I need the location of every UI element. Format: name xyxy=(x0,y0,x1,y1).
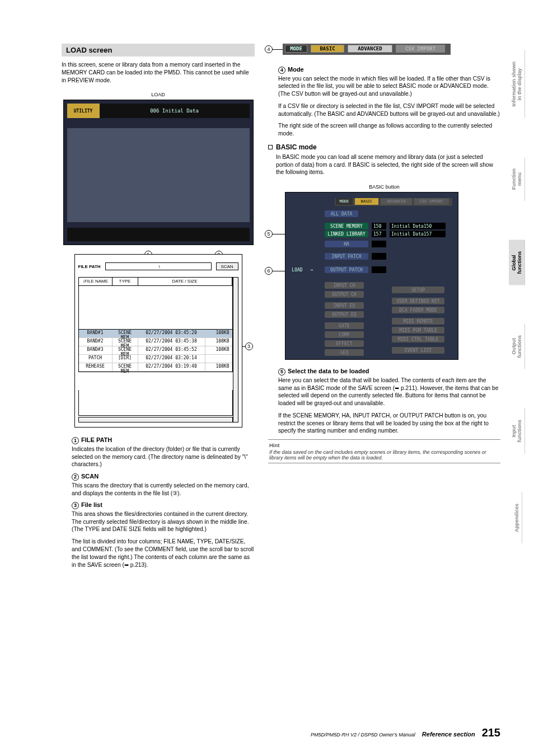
basic-mode-body: In BASIC mode you can load all scene mem… xyxy=(268,153,500,176)
file-row[interactable]: BAND#3 SCENE MEM 02/27/2004 03:45:52 108… xyxy=(79,346,232,355)
basic-button-caption: BASIC button xyxy=(268,184,500,190)
scene-memory-button[interactable]: SCENE MEMORY xyxy=(325,223,368,229)
side-tabs: Information shownin the display Function… xyxy=(503,50,531,543)
item-1-title: FILE PATH xyxy=(81,436,112,443)
utility-label: UTILITY xyxy=(67,104,100,118)
geq-button[interactable]: GEQ xyxy=(325,349,364,356)
linked-num-field[interactable]: 157 xyxy=(372,231,386,237)
vertical-scrollbar[interactable] xyxy=(233,277,238,422)
file-row[interactable]: REHEASE SCENE MEM 02/27/2004 03:19:40 10… xyxy=(79,363,232,372)
output-patch-button[interactable]: OUTPUT PATCH xyxy=(325,266,368,273)
file-size-cell: 108KB xyxy=(205,363,232,371)
input-patch-num-field[interactable] xyxy=(372,253,386,260)
file-row[interactable]: BAND#2 SCENE MEM 02/27/2004 03:45:38 108… xyxy=(79,338,232,346)
input-patch-button[interactable]: INPUT PATCH xyxy=(325,253,368,260)
page-number: 215 xyxy=(482,726,500,739)
midi-remote-button[interactable]: MIDI REMOTE xyxy=(392,318,444,325)
tab-input-functions[interactable]: Inputfunctions xyxy=(509,408,525,454)
midi-ctrl-button[interactable]: MIDI CTRL TABLE xyxy=(392,336,444,342)
file-date-cell: 02/27/2004 03:19:40 xyxy=(138,363,205,371)
effect-button[interactable]: EFFECT xyxy=(325,340,364,347)
item-3-block: 3File list This area shows the files/dir… xyxy=(62,501,255,569)
screenshot-body-area xyxy=(67,128,250,222)
all-data-button[interactable]: ALL DATA xyxy=(325,210,358,217)
figure-label-load: LOAD xyxy=(62,92,255,97)
scene-title-field: Initial Data150 xyxy=(390,223,446,229)
circled-3-icon: 3 xyxy=(72,502,79,509)
manual-title: PM5D/PM5D-RH V2 / DSP5D Owner's Manual xyxy=(311,732,415,738)
item-5-body-2: If the SCENE MEMORY, HA, INPUT PATCH, or… xyxy=(278,412,500,435)
file-list-lower-blank xyxy=(78,390,233,416)
output-patch-num-field[interactable] xyxy=(372,266,386,273)
scene-num-field[interactable]: 150 xyxy=(372,223,386,229)
scene-title: 006 Initial Data xyxy=(100,104,250,118)
item-5-body-1: Here you can select the data that will b… xyxy=(278,377,500,407)
header-filename[interactable]: ↓FILE NAME xyxy=(79,278,113,285)
file-size-cell: 108KB xyxy=(205,338,232,346)
item-1-heading: 1FILE PATH xyxy=(72,436,255,444)
file-name-cell: REHEASE xyxy=(79,363,113,371)
item-3-heading: 3File list xyxy=(72,501,255,509)
item-2-title: SCAN xyxy=(81,473,99,480)
output-eq-button[interactable]: OUTPUT EQ xyxy=(325,311,364,318)
header-type[interactable]: TYPE xyxy=(113,278,138,285)
input-ch-button[interactable]: INPUT CH xyxy=(325,282,364,289)
left-column: LOAD screen In this screen, scene or lib… xyxy=(62,44,255,573)
horizontal-scrollbar[interactable] xyxy=(78,417,233,422)
item-5-heading: 5Select the data to be loaded xyxy=(278,368,500,375)
file-date-cell: 02/27/2004 03:45:20 xyxy=(138,330,205,337)
panel-basic-button[interactable]: BASIC xyxy=(355,198,378,205)
gate-button[interactable]: GATE xyxy=(325,322,364,329)
output-ch-button[interactable]: OUTPUT CH xyxy=(325,291,364,298)
tab-information-shown[interactable]: Information shownin the display xyxy=(509,50,525,118)
header-datesize[interactable]: DATE / SIZE xyxy=(138,278,232,285)
file-list-header: ↓FILE NAME TYPE DATE / SIZE xyxy=(78,277,233,286)
file-type-cell: SCENE MEM xyxy=(113,346,138,354)
scan-button[interactable]: SCAN xyxy=(216,262,238,270)
intro-paragraph: In this screen, scene or library data fr… xyxy=(62,61,255,84)
modebar-strip: MODE BASIC ADVANCED CSV IMPORT xyxy=(283,44,451,55)
mode-basic-button[interactable]: BASIC xyxy=(311,45,344,53)
panel-mode-label: MODE xyxy=(336,198,353,205)
mode-csv-button[interactable]: CSV IMPORT xyxy=(396,45,445,53)
input-eq-button[interactable]: INPUT EQ xyxy=(325,302,364,309)
filepath-value: \ xyxy=(156,264,160,269)
basic-mode-heading: BASIC mode xyxy=(268,143,500,151)
dca-fader-button[interactable]: DCA FADER MODE xyxy=(392,307,444,313)
ha-num-field[interactable] xyxy=(372,241,386,247)
file-name-cell: BAND#3 xyxy=(79,346,113,354)
file-size-cell xyxy=(205,355,232,363)
file-type-cell: SCENE MEM xyxy=(113,330,138,337)
item-3-title: File list xyxy=(81,501,102,508)
panel-advanced-button[interactable]: ADVANCED xyxy=(381,198,412,205)
figure-modebar: 4 MODE BASIC ADVANCED CSV IMPORT xyxy=(268,44,500,62)
filepath-row: FILE PATH \ SCAN xyxy=(78,261,238,271)
tab-output-functions[interactable]: Outputfunctions xyxy=(509,324,525,369)
basic-mode-title: BASIC mode xyxy=(276,143,317,151)
item-4-body-1: Here you can select the mode in which fi… xyxy=(278,75,500,98)
item-1-body: Indicates the location of the directory … xyxy=(72,445,255,468)
file-row[interactable]: PATCH [DIR] 02/27/2004 03:20:14 xyxy=(79,355,232,363)
item-3-body-1: This area shows the files/directories co… xyxy=(72,510,255,533)
file-name-cell: PATCH xyxy=(79,355,113,363)
file-row[interactable]: BAND#1 SCENE MEM 02/27/2004 03:45:20 108… xyxy=(79,330,232,338)
event-list-button[interactable]: EVENT LIST xyxy=(392,347,444,354)
tab-appendices[interactable]: Appendices xyxy=(512,492,522,543)
page-content: LOAD screen In this screen, scene or lib… xyxy=(0,0,534,595)
midi-pgm-button[interactable]: MIDI PGM TABLE xyxy=(392,327,444,334)
ha-button[interactable]: HA xyxy=(325,241,368,247)
callout-line-6 xyxy=(273,271,286,271)
comp-button[interactable]: COMP xyxy=(325,331,364,338)
linked-library-button[interactable]: LINKED LIBRARY xyxy=(325,231,368,237)
mode-advanced-button[interactable]: ADVANCED xyxy=(348,45,392,53)
file-list-upper-blank xyxy=(78,286,233,330)
item-5-title: Select the data to be loaded xyxy=(288,368,369,374)
setup-button[interactable]: SETUP xyxy=(392,287,444,293)
item-3-body-2: The list is divided into four columns; F… xyxy=(72,538,255,569)
user-def-button[interactable]: USER DEFINED KEY xyxy=(392,298,444,304)
filepath-field[interactable]: \ xyxy=(105,262,212,270)
tab-global-functions[interactable]: Globalfunctions xyxy=(509,240,525,285)
tab-function-menu[interactable]: Functionmenu xyxy=(509,157,525,201)
callout-marker-4: 4 xyxy=(265,45,273,53)
panel-csv-button[interactable]: CSV IMPORT xyxy=(414,198,449,205)
